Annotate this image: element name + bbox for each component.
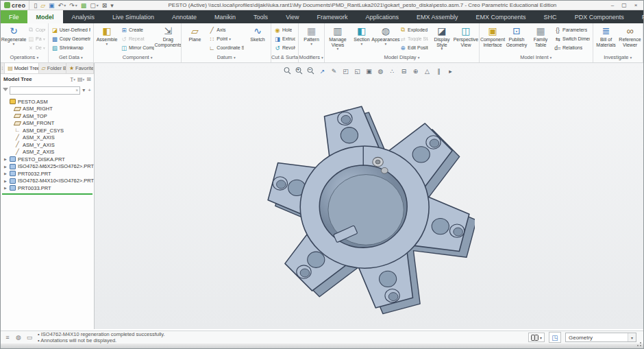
- tree-item-asm-x-axis[interactable]: ╱ASM_X_AXIS: [1, 134, 94, 142]
- plane-button[interactable]: ▱Plane: [183, 25, 206, 53]
- screen-capture-button[interactable]: ▩: [79, 1, 88, 10]
- close-button[interactable]: ×: [630, 1, 641, 10]
- manage-views-button[interactable]: ▥Manage Views▾: [326, 25, 349, 53]
- group-label-model-intent[interactable]: Model Intent ▾: [480, 53, 593, 62]
- group-label-datum[interactable]: Datum ▾: [182, 53, 271, 62]
- tree-columns-button[interactable]: ▤▾: [77, 76, 84, 82]
- tab-emx-components[interactable]: EMX Components: [467, 10, 535, 23]
- close-model-button[interactable]: ⊠: [101, 1, 109, 10]
- tab-emx-assembly[interactable]: EMX Assembly: [408, 10, 467, 23]
- tree-item-asm-right[interactable]: ASM_RIGHT: [1, 106, 94, 113]
- panel-tab-model-tree[interactable]: ▤Model Tree: [5, 63, 38, 73]
- mirror-component-button[interactable]: ◫Mirror Component: [119, 43, 156, 52]
- tab-shc[interactable]: SHC: [535, 10, 566, 23]
- group-label-modifiers[interactable]: Modifiers ▾: [299, 53, 324, 62]
- group-label-model-display[interactable]: Model Display ▾: [325, 53, 479, 62]
- appearances-button[interactable]: ◍: [376, 67, 385, 75]
- refit-button[interactable]: [283, 67, 292, 75]
- group-label-cut-surface[interactable]: Cut & Surface ▾: [271, 53, 298, 62]
- sketch-button[interactable]: ∿Sketch: [246, 25, 269, 53]
- parameters-button[interactable]: {}Parameters: [553, 25, 591, 34]
- spin-center-button[interactable]: ⊕: [411, 67, 420, 75]
- bill-of-materials-button[interactable]: ≣Bill of Materials: [595, 25, 618, 53]
- exploded-view-button[interactable]: ⧉Exploded View: [398, 25, 430, 34]
- group-label-operations[interactable]: Operations ▾: [1, 53, 48, 62]
- expand-arrow-icon[interactable]: ▶: [3, 186, 8, 190]
- tab-framework[interactable]: Framework: [308, 10, 356, 23]
- insert-here-indicator[interactable]: [2, 193, 92, 195]
- graphics-viewport[interactable]: +−↗✎◰◱▣◍∴⊟⊕△∥▸: [95, 63, 643, 329]
- play-button[interactable]: ▸: [446, 67, 455, 75]
- save-button[interactable]: ▣: [47, 1, 56, 10]
- extrude-button[interactable]: ◨Extrude: [273, 34, 297, 43]
- revolve-button[interactable]: ↺Revolve: [273, 43, 297, 52]
- web-browser-toggle-button[interactable]: ◍: [14, 334, 23, 341]
- redo-button[interactable]: ↷▾: [68, 1, 79, 10]
- tree-settings-button[interactable]: ⊞: [86, 76, 91, 82]
- pause-button[interactable]: ∥: [434, 67, 443, 75]
- tree-item-pesto-asm[interactable]: PESTO.ASM: [1, 98, 94, 106]
- model-tree-toggle-button[interactable]: ≡: [3, 334, 12, 341]
- selection-filter-dropdown[interactable]: Geometry ▾: [565, 333, 636, 342]
- display-style-button[interactable]: ◪Display Style▾: [430, 25, 454, 53]
- tab-model[interactable]: Model: [27, 10, 63, 23]
- tab-file[interactable]: File: [1, 10, 27, 23]
- maximize-button[interactable]: ▢: [619, 1, 630, 10]
- annotation-display-button[interactable]: ⊟: [399, 67, 408, 75]
- tab-pdx-components[interactable]: PDX Components: [566, 10, 633, 23]
- tab-applications[interactable]: Applications: [357, 10, 408, 23]
- family-table-button[interactable]: ▦Family Table: [529, 25, 552, 53]
- panel-tab-folder-b[interactable]: ▱Folder B: [39, 63, 66, 73]
- section-button[interactable]: ◧Section▾: [350, 25, 373, 53]
- redraw-button[interactable]: ↗: [318, 67, 327, 75]
- filter-funnel-icon[interactable]: [3, 88, 8, 91]
- hole-button[interactable]: ◉Hole: [273, 25, 297, 34]
- appearances-button[interactable]: ◍Appearances▾: [374, 25, 397, 53]
- expand-search-icon[interactable]: +: [87, 87, 92, 93]
- group-label-component[interactable]: Component ▾: [94, 53, 181, 62]
- tab-tools[interactable]: Tools: [245, 10, 277, 23]
- component-interface-button[interactable]: ▣Component Interface: [481, 25, 504, 53]
- expand-arrow-icon[interactable]: ▶: [3, 179, 8, 183]
- coordinate-system-button[interactable]: ∟Coordinate System: [207, 43, 245, 52]
- tree-item-asm-front[interactable]: ASM_FRONT: [1, 120, 94, 128]
- tree-item-pesto-diska-prt[interactable]: ▶PESTO_DISKA.PRT: [1, 156, 94, 163]
- switch-dimensions-button[interactable]: ⇆Switch Dimensions: [553, 34, 591, 43]
- tree-item-iso4762-m4x10-iso4762-prt[interactable]: ▶ISO4762-M4X10<ISO4762>.PRT: [1, 178, 94, 185]
- window-list-button[interactable]: ▢▾: [88, 1, 100, 10]
- clear-search-icon[interactable]: ×: [74, 88, 79, 93]
- tab-pdx-strip[interactable]: PDX Strip: [633, 10, 644, 23]
- console-toggle-button[interactable]: ▭: [25, 334, 34, 341]
- axis-button[interactable]: ╱Axis: [207, 25, 245, 34]
- saved-orientations-button[interactable]: ◰: [341, 67, 350, 75]
- tab-view[interactable]: View: [277, 10, 308, 23]
- new-file-button[interactable]: ▯: [32, 1, 38, 10]
- resize-grip[interactable]: [636, 341, 642, 347]
- tree-item-asm-top[interactable]: ASM_TOP: [1, 112, 94, 120]
- customize-qat-button[interactable]: ▾: [109, 1, 115, 10]
- drag-components-button[interactable]: ⇲Drag Components: [156, 25, 179, 53]
- assemble-button[interactable]: ◧Assemble▾: [95, 25, 119, 53]
- group-label-get-data[interactable]: Get Data ▾: [49, 53, 93, 62]
- tree-item-asm-def-csys[interactable]: ∟ASM_DEF_CSYS: [1, 127, 94, 134]
- tree-item-iso4762-m6x25-iso4762-prt[interactable]: ▶ISO4762-M6X25<ISO4762>.PRT: [1, 163, 94, 171]
- zoom-in-button[interactable]: +: [295, 67, 304, 75]
- tree-search-input[interactable]: [10, 87, 74, 93]
- point-button[interactable]: ∷Point▾: [207, 34, 245, 43]
- 3d-model-canvas[interactable]: [262, 101, 475, 315]
- find-button[interactable]: ▾: [528, 333, 545, 342]
- open-file-button[interactable]: ▱: [39, 1, 47, 10]
- image-capture-button[interactable]: ▣: [364, 67, 373, 75]
- expand-arrow-icon[interactable]: ▶: [3, 157, 8, 161]
- user-defined-feature-button[interactable]: ◪User-Defined Feature: [50, 25, 92, 34]
- perspective-view-button[interactable]: ◫Perspective View: [454, 25, 478, 53]
- tree-item-prt0032-prt[interactable]: ▶PRT0032.PRT: [1, 170, 94, 178]
- datum-display-button[interactable]: ∴: [388, 67, 397, 75]
- regenerate-button[interactable]: ↻Regenerate▾: [2, 25, 25, 53]
- pattern-button[interactable]: ▦Pattern▾: [300, 25, 323, 53]
- tab-live-simulation[interactable]: Live Simulation: [103, 10, 163, 23]
- tab-manikin[interactable]: Manikin: [206, 10, 245, 23]
- tree-item-prt0033-prt[interactable]: ▶PRT0033.PRT: [1, 184, 94, 192]
- undo-button[interactable]: ↶▾: [57, 1, 68, 10]
- tree-item-asm-z-axis[interactable]: ╱ASM_Z_AXIS: [1, 149, 94, 156]
